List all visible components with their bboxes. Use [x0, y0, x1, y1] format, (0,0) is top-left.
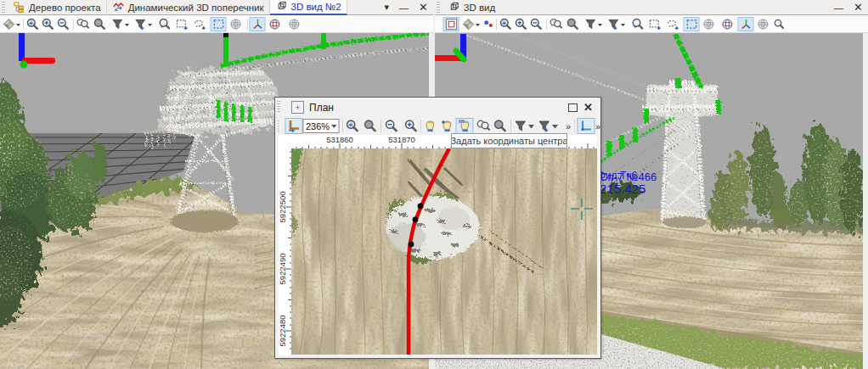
svg-text:531870: 531870 [388, 135, 415, 144]
svg-text:531860: 531860 [326, 135, 353, 144]
svg-text:215.425: 215.425 [600, 182, 645, 196]
svg-text:»: » [595, 121, 600, 131]
svg-text:5922480: 5922480 [279, 316, 287, 347]
svg-text:Фид.Тч6: Фид.Тч6 [598, 170, 638, 182]
svg-text:5922490: 5922490 [279, 254, 287, 285]
svg-text:5922500: 5922500 [279, 192, 287, 223]
svg-text:236%: 236% [306, 121, 330, 131]
svg-text:»: » [566, 121, 571, 131]
